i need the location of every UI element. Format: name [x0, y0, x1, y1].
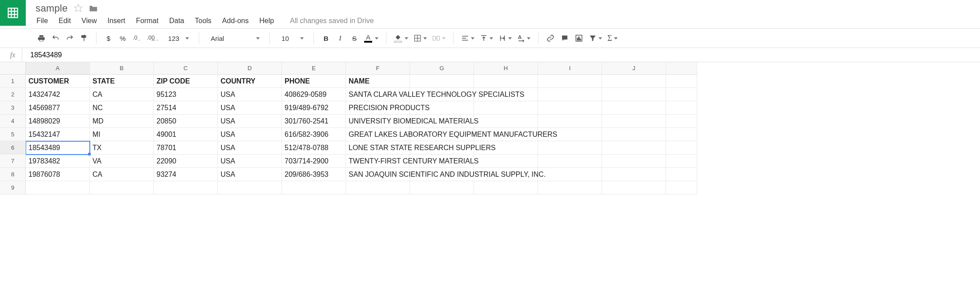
cell[interactable] — [666, 181, 697, 195]
cell[interactable] — [538, 101, 602, 115]
cell[interactable] — [538, 88, 602, 101]
row-number[interactable]: 2 — [0, 88, 26, 101]
cell[interactable]: SANTA CLARA VALLEY TECHNOLOGY SPECIALIST… — [346, 88, 410, 101]
row-number[interactable]: 4 — [0, 115, 26, 128]
column-header[interactable]: C — [154, 62, 218, 75]
cell[interactable] — [666, 75, 697, 88]
decrease-decimal-button[interactable]: .0← — [131, 32, 143, 45]
column-header[interactable]: B — [90, 62, 154, 75]
paint-format-icon[interactable] — [78, 32, 90, 45]
cell[interactable] — [538, 141, 602, 155]
cell[interactable] — [666, 168, 697, 181]
cell[interactable] — [666, 155, 697, 168]
column-header[interactable]: J — [602, 62, 666, 75]
cell[interactable] — [26, 181, 90, 195]
select-all-corner[interactable] — [0, 62, 26, 75]
cell[interactable]: 78701 — [154, 141, 218, 155]
row-number[interactable]: 3 — [0, 101, 26, 115]
cell[interactable] — [602, 88, 666, 101]
cell[interactable]: 20850 — [154, 115, 218, 128]
functions-icon[interactable]: Σ — [606, 32, 619, 45]
redo-icon[interactable] — [64, 32, 76, 45]
cell[interactable] — [474, 75, 538, 88]
sheets-logo[interactable] — [0, 0, 26, 26]
percent-button[interactable]: % — [117, 32, 129, 45]
filter-icon[interactable] — [587, 32, 603, 45]
cell[interactable]: 27514 — [154, 101, 218, 115]
cell[interactable]: NAME — [346, 75, 410, 88]
cell[interactable] — [410, 181, 474, 195]
column-header[interactable]: A — [26, 62, 90, 75]
insert-comment-icon[interactable] — [559, 32, 570, 45]
menu-tools[interactable]: Tools — [194, 16, 212, 26]
insert-link-icon[interactable] — [545, 32, 556, 45]
cell[interactable]: 919/489-6792 — [282, 101, 346, 115]
cell[interactable] — [666, 101, 697, 115]
fill-color-button[interactable] — [393, 32, 410, 45]
font-family-dropdown[interactable]: Arial — [205, 32, 263, 45]
cell[interactable]: MD — [90, 115, 154, 128]
cell[interactable] — [602, 168, 666, 181]
cell[interactable] — [538, 168, 602, 181]
folder-icon[interactable] — [89, 4, 98, 13]
row-number[interactable]: 6 — [0, 141, 26, 155]
insert-chart-icon[interactable] — [573, 32, 585, 45]
cell[interactable] — [474, 181, 538, 195]
row-number[interactable]: 7 — [0, 155, 26, 168]
number-format-dropdown[interactable]: 123 — [163, 32, 193, 45]
cell[interactable] — [538, 155, 602, 168]
cell[interactable] — [154, 181, 218, 195]
cell[interactable]: TWENTY-FIRST CENTURY MATERIALS — [346, 155, 410, 168]
row-number[interactable]: 8 — [0, 168, 26, 181]
document-title[interactable]: sample — [36, 3, 68, 14]
column-header[interactable]: E — [282, 62, 346, 75]
row-number[interactable]: 9 — [0, 181, 26, 195]
cell[interactable]: 14898029 — [26, 115, 90, 128]
cell[interactable] — [666, 88, 697, 101]
increase-decimal-button[interactable]: .00→ — [145, 32, 160, 45]
menu-addons[interactable]: Add-ons — [221, 16, 250, 26]
cell[interactable] — [474, 115, 538, 128]
cell[interactable]: UNIVERSITY BIOMEDICAL MATERIALS — [346, 115, 410, 128]
cell[interactable] — [346, 181, 410, 195]
italic-button[interactable]: I — [334, 32, 346, 45]
menu-file[interactable]: File — [36, 16, 49, 26]
cell[interactable] — [474, 101, 538, 115]
cell[interactable] — [602, 75, 666, 88]
text-wrap-button[interactable] — [497, 32, 513, 45]
cell[interactable]: 49001 — [154, 128, 218, 141]
cell[interactable]: CUSTOMER — [26, 75, 90, 88]
cell[interactable]: USA — [218, 101, 282, 115]
cell[interactable]: VA — [90, 155, 154, 168]
cell[interactable]: PHONE — [282, 75, 346, 88]
cell[interactable] — [538, 181, 602, 195]
star-icon[interactable] — [74, 4, 83, 14]
cell[interactable]: 703/714-2900 — [282, 155, 346, 168]
cell[interactable]: 15432147 — [26, 128, 90, 141]
cell[interactable] — [218, 181, 282, 195]
cell[interactable] — [538, 75, 602, 88]
column-header[interactable]: F — [346, 62, 410, 75]
cell[interactable]: 616/582-3906 — [282, 128, 346, 141]
formula-input[interactable] — [22, 48, 980, 62]
cell[interactable] — [410, 75, 474, 88]
cell[interactable]: MI — [90, 128, 154, 141]
cell[interactable]: 14324742 — [26, 88, 90, 101]
cell[interactable] — [538, 115, 602, 128]
cell[interactable]: USA — [218, 88, 282, 101]
cell[interactable] — [602, 141, 666, 155]
cell[interactable]: 18543489 — [26, 141, 90, 155]
text-color-button[interactable]: A — [363, 32, 380, 45]
strikethrough-button[interactable]: S — [349, 32, 360, 45]
cell[interactable] — [602, 155, 666, 168]
cell[interactable]: 209/686-3953 — [282, 168, 346, 181]
menu-data[interactable]: Data — [168, 16, 185, 26]
cell[interactable]: USA — [218, 128, 282, 141]
cell[interactable]: SAN JOAQUIN SCIENTIFIC AND INDUSTRIAL SU… — [346, 168, 410, 181]
cell[interactable] — [474, 155, 538, 168]
cell[interactable] — [602, 101, 666, 115]
row-number[interactable]: 1 — [0, 75, 26, 88]
cell[interactable]: 95123 — [154, 88, 218, 101]
column-header[interactable]: H — [474, 62, 538, 75]
font-size-dropdown[interactable]: 10 — [276, 32, 307, 45]
